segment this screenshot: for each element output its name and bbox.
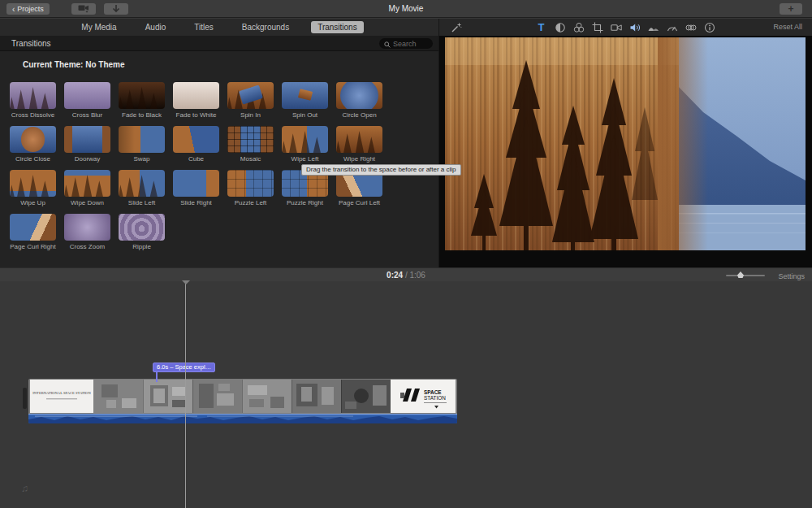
projects-back-button[interactable]: ‹ Projects [6, 3, 50, 15]
volume-icon[interactable] [628, 21, 641, 33]
tab-my-media[interactable]: My Media [75, 21, 123, 33]
transition-label: Circle Close [15, 155, 50, 163]
current-time: 0:24 [387, 271, 403, 280]
transition-thumbnail-circle-open[interactable] [336, 82, 382, 109]
viewer-pane [439, 36, 812, 267]
transition-thumbnail-wipe-down[interactable] [64, 170, 110, 197]
transition-label: Circle Open [342, 111, 376, 119]
title-bar: ‹ Projects My Movie + [0, 0, 812, 18]
transition-item[interactable]: Fade to Black [114, 82, 169, 119]
transition-label: Wipe Left [292, 155, 319, 163]
browser-header: Transitions [0, 36, 438, 51]
music-note-icon: ♫ [21, 483, 28, 494]
import-media-button[interactable] [71, 3, 96, 15]
transition-item[interactable]: Wipe Down [60, 170, 114, 206]
clip-duration-badge: 6.0s – Space expl… [153, 363, 215, 372]
transition-item[interactable]: Puzzle Left [223, 170, 278, 206]
playhead[interactable] [185, 281, 186, 508]
settings-button[interactable]: Settings [778, 272, 805, 280]
timeline-area[interactable]: 6.0s – Space expl… INTERNATIONAL SPACE S… [0, 281, 812, 508]
transition-thumbnail-spin-in[interactable] [227, 82, 274, 109]
transition-thumbnail-ripple[interactable] [119, 214, 165, 241]
clip-info-icon[interactable] [703, 21, 715, 33]
transition-item[interactable]: Cross Zoom [60, 214, 114, 250]
transition-item[interactable]: Mosaic [223, 126, 278, 163]
transition-label: Mosaic [240, 155, 261, 163]
color-correction-icon[interactable] [572, 21, 585, 33]
transition-label: Ripple [132, 243, 151, 250]
reset-all-button[interactable]: Reset All [773, 23, 802, 31]
projects-label: Projects [17, 5, 44, 13]
viewer-toolbar: T [438, 19, 812, 36]
transition-thumbnail-cross-zoom[interactable] [64, 214, 110, 241]
search-field[interactable] [379, 38, 433, 49]
tab-transitions[interactable]: Transitions [311, 21, 364, 33]
current-theme-label: Current Theme: No Theme [23, 60, 125, 69]
transition-thumbnail-swap[interactable] [119, 126, 165, 153]
transition-label: Wipe Right [343, 155, 375, 163]
transition-thumbnail-puzzle-left[interactable] [227, 170, 274, 197]
transition-thumbnail-spin-out[interactable] [282, 82, 328, 109]
video-clip[interactable]: INTERNATIONAL SPACE STATION [28, 379, 457, 423]
transition-label: Puzzle Left [235, 199, 267, 206]
color-balance-icon[interactable] [554, 21, 566, 33]
import-arrow-button[interactable] [104, 3, 128, 15]
imovie-window: ‹ Projects My Movie + My MediaAudioTitle… [0, 0, 812, 508]
playhead-handle[interactable] [182, 280, 190, 284]
transition-label: Swap [133, 155, 149, 163]
drag-tooltip: Drag the transition to the space before … [301, 164, 461, 176]
transition-item[interactable]: Slide Left [114, 170, 169, 206]
clip-badge-stem [156, 372, 158, 382]
transition-item[interactable]: Wipe Left [278, 126, 332, 163]
transition-item[interactable]: Doorway [60, 126, 114, 163]
transition-item[interactable]: Spin Out [278, 82, 332, 119]
tab-backgrounds[interactable]: Backgrounds [235, 21, 296, 33]
transition-thumbnail-page-curl-right[interactable] [10, 214, 56, 241]
transition-label: Fade to White [176, 111, 217, 119]
speed-icon[interactable] [666, 21, 678, 33]
crop-icon[interactable] [591, 21, 603, 33]
transition-thumbnail-fade-to-black[interactable] [119, 82, 165, 109]
transition-thumbnail-fade-to-white[interactable] [173, 82, 219, 109]
add-button[interactable]: + [780, 3, 802, 15]
transition-thumbnail-wipe-left[interactable] [282, 126, 328, 153]
down-arrow-icon [112, 4, 120, 15]
thumbnail-zoom-slider[interactable] [726, 275, 765, 276]
transition-item[interactable]: Wipe Right [332, 126, 387, 163]
transition-thumbnail-cross-blur[interactable] [64, 82, 110, 109]
transition-item[interactable]: Ripple [114, 214, 169, 250]
transition-thumbnail-slide-left[interactable] [119, 170, 165, 197]
transition-thumbnail-wipe-up[interactable] [10, 170, 56, 197]
transition-item[interactable]: Spin In [223, 82, 278, 119]
tab-audio[interactable]: Audio [139, 21, 173, 33]
transition-thumbnail-doorway[interactable] [64, 126, 110, 153]
transition-item[interactable]: Circle Close [6, 126, 60, 163]
transition-thumbnail-wipe-right[interactable] [336, 126, 382, 153]
noise-reduction-icon[interactable] [647, 21, 659, 33]
transition-item[interactable]: Circle Open [332, 82, 387, 119]
transition-thumbnail-slide-right[interactable] [173, 170, 219, 197]
transition-item[interactable]: Cross Dissolve [6, 82, 60, 119]
transition-label: Wipe Up [20, 199, 45, 206]
transition-item[interactable]: Cube [169, 126, 223, 163]
transition-item[interactable]: Slide Right [169, 170, 223, 206]
transition-label: Slide Left [128, 199, 155, 206]
transition-item[interactable]: Wipe Up [6, 170, 60, 206]
stabilization-icon[interactable] [610, 21, 622, 33]
clip-filter-icon[interactable] [685, 21, 697, 33]
transition-item[interactable]: Swap [114, 126, 169, 163]
transition-label: Cross Blur [72, 111, 102, 119]
transition-thumbnail-mosaic[interactable] [227, 126, 274, 153]
transition-item[interactable]: Cross Blur [60, 82, 114, 119]
transition-thumbnail-circle-close[interactable] [10, 126, 56, 153]
transition-item[interactable]: Page Curl Right [6, 214, 60, 250]
transition-label: Page Curl Right [10, 243, 55, 250]
back-chevron-icon: ‹ [12, 5, 15, 14]
transition-item[interactable]: Fade to White [169, 82, 223, 119]
tab-titles[interactable]: Titles [188, 21, 220, 33]
transition-thumbnail-cross-dissolve[interactable] [10, 82, 56, 109]
transition-thumbnail-cube[interactable] [173, 126, 219, 153]
browser-panel-title: Transitions [11, 39, 51, 48]
titles-adjust-icon[interactable]: T [535, 21, 547, 33]
search-input[interactable] [393, 40, 430, 48]
